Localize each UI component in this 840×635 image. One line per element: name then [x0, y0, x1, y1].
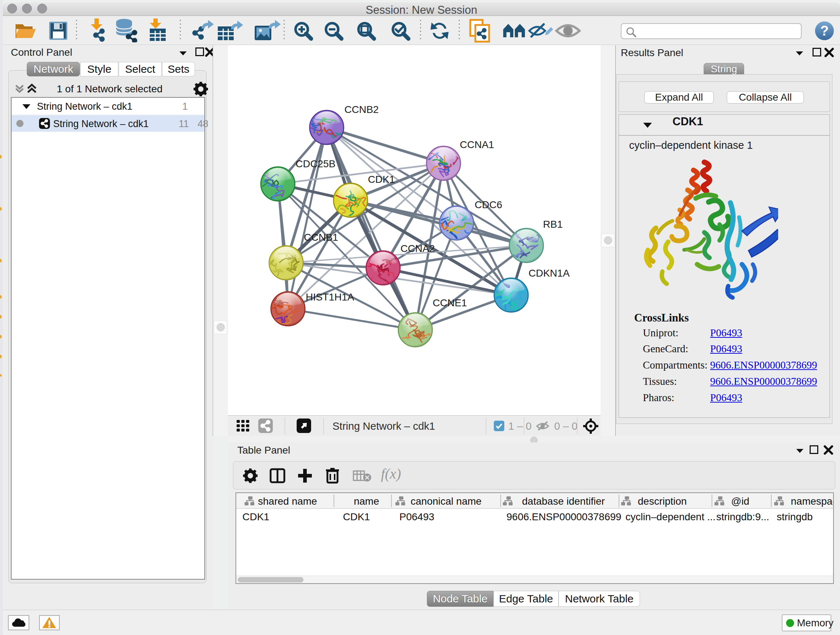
- svg-text:CCNB2: CCNB2: [344, 104, 379, 115]
- svg-text:CDK1: CDK1: [368, 174, 395, 185]
- svg-text:RB1: RB1: [543, 219, 562, 230]
- svg-text:HIST1H1A: HIST1H1A: [306, 291, 354, 302]
- svg-text:CCNA2: CCNA2: [401, 243, 435, 254]
- svg-text:CCNE1: CCNE1: [433, 297, 467, 309]
- svg-text:CCNA1: CCNA1: [460, 139, 494, 150]
- svg-text:?: ?: [820, 23, 829, 38]
- svg-text:CDKN1A: CDKN1A: [529, 268, 570, 279]
- svg-text:CDC6: CDC6: [475, 199, 502, 211]
- svg-text:CDC25B: CDC25B: [295, 158, 335, 169]
- svg-text:CCNB1: CCNB1: [304, 232, 338, 243]
